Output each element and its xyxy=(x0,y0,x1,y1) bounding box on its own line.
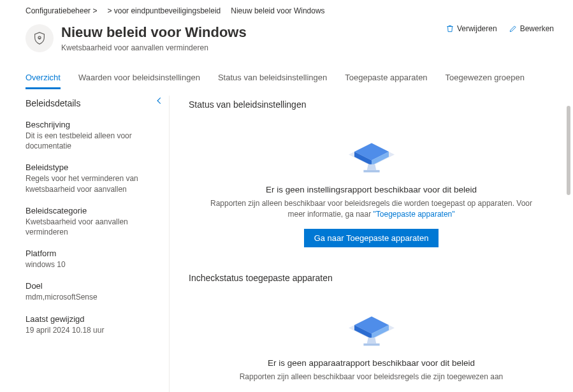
monitor-icon xyxy=(343,302,400,348)
tab-overview[interactable]: Overzicht xyxy=(25,69,61,89)
settings-empty-text: Rapporten zijn alleen beschikbaar voor b… xyxy=(208,198,535,220)
checkin-status-title: Incheckstatus toegepaste apparaten xyxy=(189,273,554,283)
description-value: Dit is een testbeleid alleen voor docume… xyxy=(25,131,164,151)
go-to-applied-devices-button[interactable]: Ga naar Toegepaste apparaten xyxy=(304,229,439,247)
policy-shield-icon xyxy=(25,24,54,52)
breadcrumb-item-3: Nieuw beleid voor Windows xyxy=(231,6,324,15)
modified-value: 19 april 2024 10.18 uur xyxy=(25,325,164,335)
monitor-icon xyxy=(343,129,400,175)
devices-empty-heading: Er is geen apparaatrapport beschikbaar v… xyxy=(208,358,535,368)
breadcrumb-item-1[interactable]: Configuratiebeheer > xyxy=(25,6,97,15)
target-value: mdm,microsoftSense xyxy=(25,292,164,302)
breadcrumb-item-2[interactable]: > voor eindpuntbeveiligingsbeleid xyxy=(107,6,221,15)
tab-settings-status[interactable]: Status van beleidsinstellingen xyxy=(218,69,327,89)
edit-button[interactable]: Bewerken xyxy=(509,24,554,33)
tab-applied-devices[interactable]: Toegepaste apparaten xyxy=(345,69,427,89)
svg-marker-6 xyxy=(363,170,379,173)
platform-value: windows 10 xyxy=(25,259,164,270)
description-label: Beschrijving xyxy=(25,120,164,129)
svg-marker-11 xyxy=(366,337,375,343)
type-value: Regels voor het verminderen van kwetsbaa… xyxy=(25,173,164,194)
details-panel-title: Beleidsdetails xyxy=(25,96,80,108)
delete-button[interactable]: Verwijderen xyxy=(446,24,497,33)
tab-assigned-groups[interactable]: Toegewezen groepen xyxy=(446,69,525,89)
collapse-panel-button[interactable] xyxy=(155,96,164,108)
modified-label: Laatst gewijzigd xyxy=(25,314,164,324)
scrollbar-thumb[interactable] xyxy=(567,106,570,195)
chevron-left-icon xyxy=(155,96,164,105)
svg-marker-5 xyxy=(366,164,375,170)
target-label: Doel xyxy=(25,281,164,291)
tabs: Overzicht Waarden voor beleidsinstelling… xyxy=(25,69,554,89)
tab-settings-values[interactable]: Waarden voor beleidsinstellingen xyxy=(78,69,200,89)
main-content: Status van beleidsinstellingen Er is gee… xyxy=(169,96,554,392)
page-subtitle: Kwetsbaarheid voor aanvallen verminderen xyxy=(61,43,438,52)
type-label: Beleidstype xyxy=(25,163,164,172)
category-value: Kwetsbaarheid voor aanvallen verminderen xyxy=(25,217,164,237)
category-label: Beleidscategorie xyxy=(25,206,164,215)
svg-marker-12 xyxy=(363,343,379,345)
applied-devices-link[interactable]: "Toegepaste apparaten" xyxy=(374,210,455,219)
trash-icon xyxy=(446,24,454,33)
pencil-icon xyxy=(509,24,518,33)
settings-empty-heading: Er is geen instellingsrapport beschikbaa… xyxy=(208,185,535,194)
platform-label: Platform xyxy=(25,249,164,258)
breadcrumb[interactable]: Configuratiebeheer > > voor eindpuntbeve… xyxy=(25,6,554,15)
devices-empty-text: Rapporten zijn alleen beschikbaar voor b… xyxy=(208,372,535,382)
details-panel: Beleidsdetails Beschrijving Dit is een t… xyxy=(25,96,169,392)
settings-status-title: Status van beleidsinstellingen xyxy=(189,99,554,110)
page-title: Nieuw beleid voor Windows xyxy=(61,24,438,41)
